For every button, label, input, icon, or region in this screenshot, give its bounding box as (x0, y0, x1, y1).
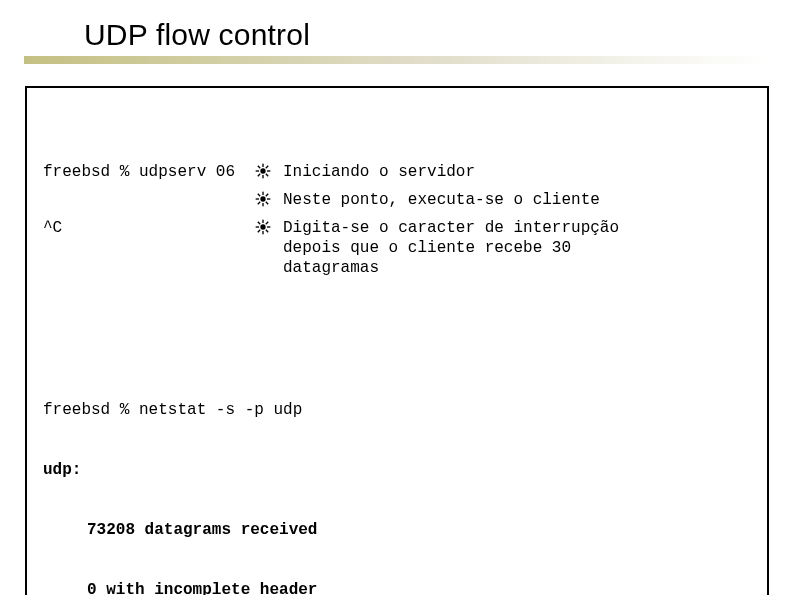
cog-icon (251, 190, 275, 207)
svg-rect-19 (262, 220, 263, 223)
desc-cell: Iniciando o servidor (283, 162, 751, 182)
svg-rect-14 (265, 193, 268, 196)
svg-rect-13 (267, 198, 270, 199)
svg-rect-5 (265, 165, 268, 168)
svg-rect-1 (262, 164, 263, 167)
cmd-cell: freebsd % udpserv 06 (43, 162, 243, 182)
svg-rect-17 (265, 201, 268, 204)
page-title: UDP flow control (84, 18, 770, 52)
svg-point-0 (260, 168, 265, 173)
netstat-cmd: freebsd % netstat -s -p udp (43, 400, 751, 420)
svg-rect-20 (262, 231, 263, 234)
desc-cell: Neste ponto, executa-se o cliente (283, 190, 751, 210)
netstat-block: freebsd % netstat -s -p udp udp: 73208 d… (43, 360, 751, 595)
title-underline (24, 56, 770, 64)
svg-point-18 (260, 224, 265, 229)
svg-rect-6 (257, 173, 260, 176)
cmd-cell: ^C (43, 218, 243, 238)
cog-icon (251, 218, 275, 235)
svg-rect-22 (267, 226, 270, 227)
svg-rect-26 (265, 229, 268, 232)
svg-rect-10 (262, 192, 263, 195)
netstat-header: udp: (43, 460, 751, 480)
content-box: freebsd % udpserv 06 Iniciando o servido… (25, 86, 769, 595)
svg-rect-23 (265, 221, 268, 224)
svg-rect-3 (256, 170, 259, 171)
svg-rect-7 (257, 165, 260, 168)
svg-rect-25 (257, 221, 260, 224)
svg-rect-4 (267, 170, 270, 171)
svg-rect-11 (262, 203, 263, 206)
svg-rect-24 (257, 229, 260, 232)
svg-rect-8 (265, 173, 268, 176)
slide: UDP flow control freebsd % udpserv 06 In… (0, 0, 794, 595)
svg-rect-15 (257, 201, 260, 204)
svg-rect-2 (262, 175, 263, 178)
netstat-line: 0 with incomplete header (43, 580, 751, 595)
svg-rect-21 (256, 226, 259, 227)
svg-point-9 (260, 196, 265, 201)
svg-rect-16 (257, 193, 260, 196)
netstat-line: 73208 datagrams received (43, 520, 751, 540)
desc-cell: Digita-se o caracter de interrupção depo… (283, 218, 751, 278)
explain-rows: freebsd % udpserv 06 Iniciando o servido… (43, 162, 751, 278)
cog-icon (251, 162, 275, 179)
svg-rect-12 (256, 198, 259, 199)
